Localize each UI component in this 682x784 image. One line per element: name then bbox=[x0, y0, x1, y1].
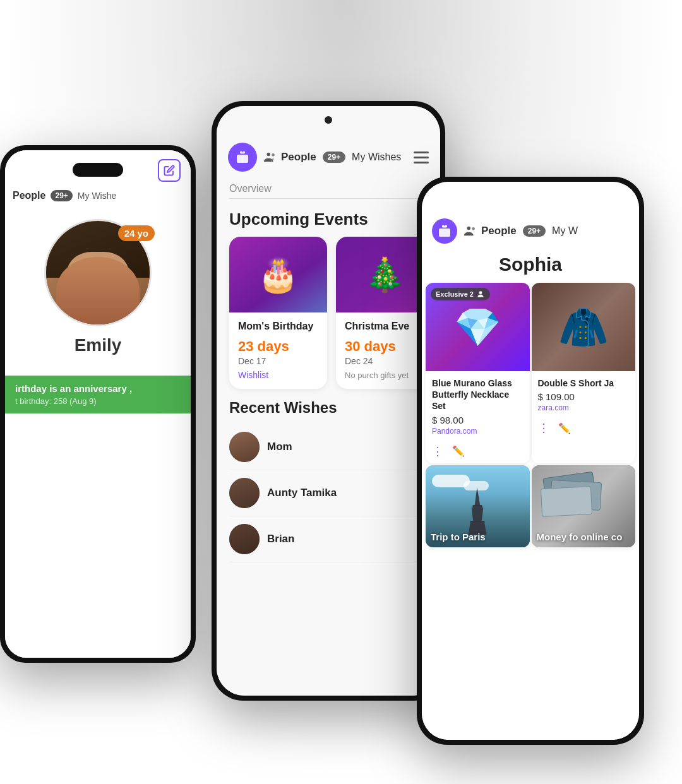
center-nav: People 29+ My Wishes bbox=[217, 138, 440, 177]
christmas-date: Dec 24 bbox=[345, 356, 425, 366]
left-people-label: People bbox=[13, 190, 45, 201]
mom-name: Mom bbox=[267, 441, 292, 453]
necklace-store: Pandora.com bbox=[432, 427, 523, 436]
svg-point-5 bbox=[467, 227, 471, 230]
christmas-days: 30 days bbox=[345, 338, 425, 355]
jacket-actions: ⋮ ✏️ bbox=[532, 417, 636, 440]
jacket-price: $ 109.00 bbox=[538, 391, 630, 402]
christmas-no-purchase: No purch gifts yet bbox=[345, 370, 425, 381]
tamika-name: Aunty Tamika bbox=[267, 487, 337, 499]
upcoming-events-title: Upcoming Events bbox=[217, 210, 440, 237]
sophia-name: Sophia bbox=[422, 249, 639, 283]
moms-birthday-days: 23 days bbox=[238, 338, 318, 355]
mom-avatar bbox=[229, 432, 260, 462]
right-nav: People 29+ My W bbox=[422, 213, 639, 249]
necklace-actions: ⋮ ✏️ bbox=[426, 441, 530, 463]
hamburger-menu[interactable] bbox=[414, 151, 429, 163]
overview-title: Overview bbox=[229, 183, 428, 194]
product-card-paris[interactable]: Trip to Paris bbox=[426, 465, 530, 547]
events-row: 🎂 Mom's Birthday 23 days Dec 17 Wishlist… bbox=[217, 237, 440, 399]
svg-rect-4 bbox=[439, 229, 450, 237]
money-overlay-text: Money fo online co bbox=[537, 532, 631, 542]
jacket-edit-icon[interactable]: ✏️ bbox=[558, 422, 571, 434]
jacket-more-icon[interactable]: ⋮ bbox=[538, 421, 549, 435]
brian-name: Brian bbox=[267, 533, 294, 545]
app-logo-right bbox=[432, 218, 457, 244]
birthday-text: t birthday: 258 (Aug 9) bbox=[15, 396, 181, 406]
svg-rect-9 bbox=[473, 505, 482, 508]
center-badge: 29+ bbox=[323, 151, 345, 163]
product-card-necklace[interactable]: Exclusive 2 💎 Blue Murano Glass Butterfl… bbox=[426, 283, 530, 463]
right-people-label: People bbox=[481, 225, 517, 237]
center-phone: People 29+ My Wishes Overview Upcoming E… bbox=[212, 101, 445, 701]
center-people-nav[interactable]: People bbox=[263, 150, 316, 164]
recent-wishes-section: Recent Wishes Mom Aunty Tamika bbox=[217, 399, 440, 562]
tamika-avatar bbox=[229, 478, 260, 508]
jacket-emoji: 🧥 bbox=[558, 304, 609, 351]
necklace-emoji: 💎 bbox=[454, 305, 501, 350]
product-card-money[interactable]: Money fo online co bbox=[532, 465, 636, 547]
necklace-price: $ 98.00 bbox=[432, 415, 523, 425]
jacket-info: Double S Short Ja $ 109.00 zara.com bbox=[532, 371, 636, 417]
moms-birthday-body: Mom's Birthday 23 days Dec 17 Wishlist bbox=[229, 312, 327, 388]
svg-point-6 bbox=[472, 227, 475, 230]
right-mywishes: My W bbox=[552, 225, 578, 237]
right-badge: 29+ bbox=[523, 225, 546, 237]
wish-item-tamika[interactable]: Aunty Tamika bbox=[229, 470, 428, 516]
jacket-image: 🧥 bbox=[532, 283, 636, 371]
left-phone: People 29+ My Wishe bbox=[0, 145, 196, 663]
svg-point-7 bbox=[479, 291, 482, 294]
necklace-more-icon[interactable]: ⋮ bbox=[432, 444, 443, 458]
center-people-label: People bbox=[281, 151, 316, 163]
jacket-store: zara.com bbox=[538, 403, 630, 412]
eiffel-tower-icon bbox=[467, 487, 489, 535]
paris-overlay-text: Trip to Paris bbox=[431, 532, 525, 542]
exclusive-text: Exclusive 2 bbox=[436, 290, 474, 298]
svg-marker-8 bbox=[475, 487, 481, 506]
product-card-jacket[interactable]: 🧥 Double S Short Ja $ 109.00 zara.com ⋮ … bbox=[532, 283, 636, 463]
person-icon bbox=[476, 290, 485, 299]
center-mywishes: My Wishes bbox=[352, 151, 401, 163]
wish-item-brian[interactable]: Brian bbox=[229, 516, 428, 562]
people-icon-center bbox=[263, 150, 277, 164]
necklace-image: Exclusive 2 💎 bbox=[426, 283, 530, 371]
anniversary-banner: irthday is an anniversary , t birthday: … bbox=[5, 376, 191, 413]
svg-point-3 bbox=[272, 153, 275, 157]
age-badge: 24 yo bbox=[118, 225, 155, 241]
emily-name: Emily bbox=[75, 335, 122, 355]
moms-birthday-name: Mom's Birthday bbox=[238, 320, 318, 333]
money-image: Money fo online co bbox=[532, 465, 636, 547]
necklace-title: Blue Murano Glass Butterfly Necklace Set bbox=[432, 377, 523, 412]
brian-avatar bbox=[229, 524, 260, 554]
christmas-tree-icon: 🎄 bbox=[364, 256, 405, 294]
moms-birthday-header: 🎂 bbox=[229, 237, 327, 312]
left-nav: People 29+ My Wishe bbox=[5, 185, 191, 206]
app-logo-center bbox=[228, 143, 257, 172]
paris-image: Trip to Paris bbox=[426, 465, 530, 547]
moms-birthday-wishlist[interactable]: Wishlist bbox=[238, 370, 318, 380]
wish-item-mom[interactable]: Mom bbox=[229, 424, 428, 470]
necklace-info: Blue Murano Glass Butterfly Necklace Set… bbox=[426, 371, 530, 441]
left-profile: 24 yo Emily bbox=[5, 206, 191, 368]
left-my-wishes: My Wishe bbox=[78, 191, 116, 201]
overview-divider bbox=[229, 198, 428, 199]
svg-rect-1 bbox=[241, 155, 244, 163]
right-people-nav[interactable]: People bbox=[464, 224, 517, 238]
anniversary-text: irthday is an anniversary , bbox=[15, 383, 181, 394]
recent-wishes-title: Recent Wishes bbox=[229, 399, 428, 417]
svg-marker-10 bbox=[472, 508, 484, 522]
svg-rect-11 bbox=[470, 521, 485, 524]
birthday-cake-icon: 🎂 bbox=[258, 256, 299, 294]
left-badge: 29+ bbox=[51, 190, 72, 201]
necklace-edit-icon[interactable]: ✏️ bbox=[452, 445, 465, 457]
right-phone: People 29+ My W Sophia Exclusive 2 bbox=[417, 177, 644, 745]
event-card-moms-birthday[interactable]: 🎂 Mom's Birthday 23 days Dec 17 Wishlist bbox=[229, 237, 327, 389]
product-grid: Exclusive 2 💎 Blue Murano Glass Butterfl… bbox=[422, 283, 639, 547]
exclusive-badge: Exclusive 2 bbox=[431, 288, 490, 300]
svg-point-2 bbox=[267, 153, 271, 157]
moms-birthday-date: Dec 17 bbox=[238, 356, 318, 366]
people-icon-right bbox=[464, 224, 477, 238]
christmas-name: Christma Eve bbox=[345, 320, 425, 333]
overview-section: Overview bbox=[217, 177, 440, 210]
edit-button-left[interactable] bbox=[158, 159, 181, 182]
